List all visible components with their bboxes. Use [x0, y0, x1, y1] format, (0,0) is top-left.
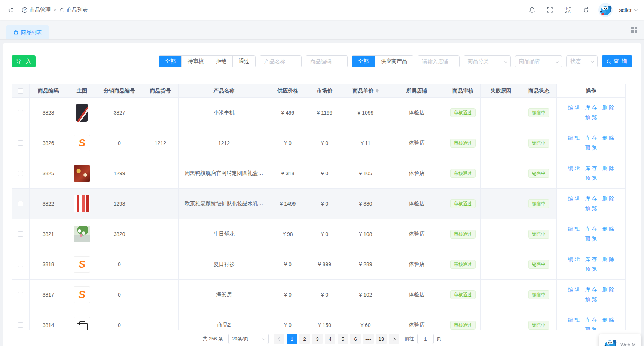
goto-label: 前往 — [405, 336, 414, 342]
delete-link[interactable]: 删 除 — [602, 104, 614, 111]
preview-link[interactable]: 预 览 — [585, 205, 597, 212]
next-page-button[interactable] — [389, 334, 399, 344]
delete-link[interactable]: 删 除 — [602, 256, 614, 263]
edit-link[interactable]: 编 辑 — [568, 104, 580, 111]
column-header-7[interactable]: 商品单价 — [343, 84, 388, 98]
prev-page-button[interactable] — [274, 334, 284, 344]
audit-tab-3[interactable]: 通过 — [232, 56, 255, 67]
delete-link[interactable]: 删 除 — [602, 317, 614, 324]
filter-bar: 导 入 全部待审核拒绝通过 全部供应商产品 商品分类 商品品牌 状态 查 — [12, 55, 632, 67]
product-code-input[interactable] — [306, 55, 348, 67]
source-tab-1[interactable]: 供应商产品 — [375, 56, 413, 67]
stock-link[interactable]: 库 存 — [585, 226, 597, 233]
edit-link[interactable]: 编 辑 — [568, 135, 580, 142]
preview-link[interactable]: 预 览 — [585, 327, 597, 330]
import-button[interactable]: 导 入 — [12, 55, 36, 67]
audit-tab-0[interactable]: 全部 — [159, 56, 181, 67]
webim-widget[interactable]: WebIM — [599, 334, 641, 346]
market-price-cell: ¥ 0 — [306, 158, 343, 189]
row-checkbox[interactable] — [18, 231, 23, 237]
market-price-cell: ¥ 0 — [306, 128, 343, 158]
page-button-6[interactable]: 6 — [350, 334, 361, 344]
delete-link[interactable]: 删 除 — [602, 195, 614, 202]
breadcrumb-item-goods-list[interactable]: 商品列表 — [59, 7, 88, 13]
delete-link[interactable]: 删 除 — [602, 226, 614, 233]
page-button-13[interactable]: 13 — [376, 334, 387, 344]
row-select-cell — [12, 98, 30, 128]
sidebar-fold-icon[interactable] — [5, 4, 16, 16]
product-name-input[interactable] — [260, 55, 302, 67]
preview-link[interactable]: 预 览 — [585, 175, 597, 182]
store-cell: 体验店 — [388, 219, 445, 249]
edit-link[interactable]: 编 辑 — [568, 226, 580, 233]
edit-link[interactable]: 编 辑 — [568, 195, 580, 202]
stock-link[interactable]: 库 存 — [585, 135, 597, 142]
bell-icon[interactable] — [527, 4, 538, 16]
store-input[interactable] — [418, 55, 460, 67]
edit-link[interactable]: 编 辑 — [568, 317, 580, 324]
preview-link[interactable]: 预 览 — [585, 296, 597, 303]
stock-link[interactable]: 库 存 — [585, 286, 597, 293]
audit-tab-1[interactable]: 待审核 — [181, 56, 210, 67]
source-tab-0[interactable]: 全部 — [352, 56, 375, 67]
main-content: 导 入 全部待审核拒绝通过 全部供应商产品 商品分类 商品品牌 状态 查 — [0, 40, 644, 346]
refresh-icon[interactable] — [580, 4, 592, 16]
product-thumbnail — [74, 195, 90, 212]
audit-cell: 审核通过 — [445, 280, 481, 310]
page-button-2[interactable]: 2 — [299, 334, 310, 344]
sort-carets-icon[interactable] — [376, 89, 379, 93]
user-menu[interactable]: seller — [619, 7, 637, 13]
page-size-select[interactable]: 20条/页 — [228, 334, 269, 344]
tab-goods-list[interactable]: 商品列表 — [6, 25, 49, 39]
audit-tab-2[interactable]: 拒绝 — [210, 56, 232, 67]
delete-link[interactable]: 删 除 — [602, 135, 614, 142]
edit-link[interactable]: 编 辑 — [568, 256, 580, 263]
edit-link[interactable]: 编 辑 — [568, 165, 580, 172]
column-label: 商品编码 — [38, 88, 59, 94]
category-select[interactable]: 商品分类 — [464, 55, 511, 67]
product-thumbnail — [74, 317, 90, 330]
column-label: 失败原因 — [491, 88, 512, 94]
translate-icon[interactable]: 中A — [562, 4, 574, 16]
page-button-1[interactable]: 1 — [287, 334, 297, 344]
row-select-cell — [12, 158, 30, 189]
row-checkbox[interactable] — [18, 292, 23, 297]
shopping-bag-icon — [13, 30, 19, 35]
brand-select[interactable]: 商品品牌 — [515, 55, 562, 67]
select-all-checkbox[interactable] — [18, 88, 23, 94]
preview-link[interactable]: 预 览 — [585, 266, 597, 273]
page-button-4[interactable]: 4 — [325, 334, 335, 344]
preview-link[interactable]: 预 览 — [585, 236, 597, 242]
stock-link[interactable]: 库 存 — [585, 195, 597, 202]
edit-link[interactable]: 编 辑 — [568, 286, 580, 293]
status-cell: 销售中 — [521, 249, 557, 280]
breadcrumb-item-goods-manage[interactable]: P 商品管理 — [22, 7, 51, 13]
page-button-5[interactable]: 5 — [338, 334, 348, 344]
row-checkbox[interactable] — [18, 201, 23, 206]
more-pages-button[interactable]: ••• — [363, 334, 374, 344]
page-button-3[interactable]: 3 — [312, 334, 323, 344]
preview-link[interactable]: 预 览 — [585, 114, 597, 121]
delete-link[interactable]: 删 除 — [602, 286, 614, 293]
table-header-row: 商品编码主图分销商品编号商品货号产品名称供应价格市场价商品单价所属店铺商品审核失… — [12, 84, 626, 98]
user-avatar-dog[interactable] — [598, 3, 613, 17]
row-checkbox[interactable] — [18, 262, 23, 267]
product-table-wrapper: 商品编码主图分销商品编号商品货号产品名称供应价格市场价商品单价所属店铺商品审核失… — [12, 84, 632, 330]
search-button[interactable]: 查 询 — [602, 55, 632, 67]
row-checkbox[interactable] — [18, 140, 23, 146]
delete-link[interactable]: 删 除 — [602, 165, 614, 172]
tabs-grid-icon[interactable] — [631, 27, 637, 33]
action-links: 编 辑库 存删 除预 览 — [563, 286, 619, 303]
row-checkbox[interactable] — [18, 171, 23, 176]
preview-link[interactable]: 预 览 — [585, 145, 597, 151]
stock-link[interactable]: 库 存 — [585, 317, 597, 324]
goto-input[interactable] — [417, 334, 434, 344]
stock-link[interactable]: 库 存 — [585, 104, 597, 111]
product-row: 38213820生日鲜花¥ 98¥ 0¥ 108体验店审核通过销售中编 辑库 存… — [12, 219, 626, 249]
stock-link[interactable]: 库 存 — [585, 256, 597, 263]
row-checkbox[interactable] — [18, 322, 23, 328]
row-checkbox[interactable] — [18, 110, 23, 115]
stock-link[interactable]: 库 存 — [585, 165, 597, 172]
fullscreen-icon[interactable] — [544, 4, 556, 16]
status-select[interactable]: 状态 — [566, 55, 598, 67]
